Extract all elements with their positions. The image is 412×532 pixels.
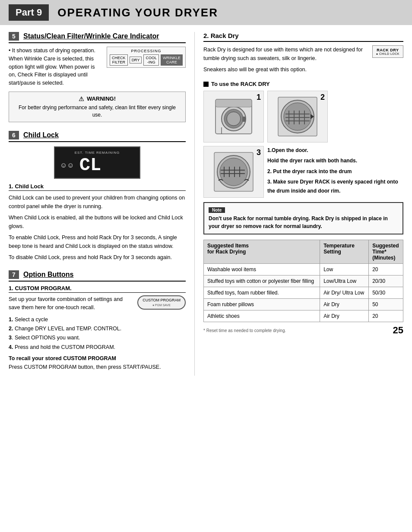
table-body: Washable wool items Low 20 Stuffed toys … <box>204 264 403 322</box>
recall-text: Press CUSTOM PROGRAM button, then press … <box>9 363 186 371</box>
instruction-2: 2. Put the dryer rack into the drum <box>267 167 403 176</box>
right-column: 2. Rack Dry Rack Dry is designed for use… <box>194 32 403 376</box>
rack-table: Suggested Itemsfor Rack Drying Temperatu… <box>203 240 403 322</box>
table-cell-items: Washable wool items <box>204 264 320 276</box>
section6: 6 Child Lock EST. TIME REMAINING ☺☺ CL 1… <box>9 131 186 262</box>
rack-dry-body2: Sneakers also will be great with this op… <box>203 65 367 74</box>
table-cell-items: Stuffed toys, foam rubber filled. <box>204 287 320 299</box>
child-lock-display: EST. TIME REMAINING ☺☺ CL <box>54 146 140 179</box>
table-cell-temp: Air Dry <box>320 299 369 310</box>
step1-placeholder <box>204 91 263 142</box>
warning-title-text: WARNING! <box>87 95 116 102</box>
rack-dry-label-line2: ● CHILD LOCK <box>376 52 399 55</box>
rack-dry-label-line1: RACK DRY <box>376 48 399 52</box>
svg-point-9 <box>284 103 311 130</box>
section5-bullet: • <box>9 48 12 54</box>
section6-title: Child Lock <box>23 131 59 139</box>
step-image-2: 2 <box>267 91 328 142</box>
warning-triangle-icon: ⚠ <box>79 95 84 102</box>
step-3: 3. Select OPTIONS you want. <box>9 333 186 342</box>
warning-box: ⚠ WARNING! For better drying performance… <box>9 92 186 123</box>
step2-badge: 2 <box>320 93 325 102</box>
recall-title: To recall your stored CUSTOM PROGRAM <box>9 355 186 361</box>
step3-placeholder <box>204 146 263 197</box>
table-cell-items: Athletic shoes <box>204 310 320 322</box>
table-row: Washable wool items Low 20 <box>204 264 403 276</box>
section5: 5 Status/Clean Filter/Wrinkle Care Indic… <box>9 32 186 122</box>
rack-dry-desc: Rack Dry is designed for use with items … <box>203 45 367 76</box>
status-display-label: PROCESSING <box>110 49 183 53</box>
content-area: 5 Status/Clean Filter/Wrinkle Care Indic… <box>0 32 412 376</box>
step-image-1: 1 <box>203 91 264 142</box>
step1-badge: 1 <box>257 93 261 102</box>
status-icon-check: CHECKFILTER <box>110 54 128 66</box>
cl-icons: ☺☺ <box>60 162 74 169</box>
section7-num: 7 <box>9 270 19 279</box>
table-header-temp: TemperatureSetting <box>320 240 369 264</box>
table-cell-temp: Air Dry/ Ultra Low <box>320 287 369 299</box>
table-cell-temp: Air Dry <box>320 310 369 322</box>
section7-header: 7 Option Buttons <box>9 270 186 282</box>
note-title: Note <box>209 207 225 213</box>
status-icon-cool: COOL-ING <box>143 54 159 66</box>
table-cell-items: Foam rubber pillows <box>204 299 320 310</box>
table-row: Foam rubber pillows Air Dry 50 <box>204 299 403 310</box>
warning-text: For better drying performance and safety… <box>14 104 180 119</box>
rack-dry-title: 2. Rack Dry <box>203 32 403 42</box>
custom-prog-body1: Set up your favorite combination of sett… <box>9 295 132 312</box>
status-icon-dry: DRY <box>130 57 142 63</box>
svg-point-3 <box>227 112 241 126</box>
black-square-icon <box>203 82 209 87</box>
step-1: 1. Select a cycle <box>9 315 186 324</box>
table-cell-time: 50 <box>369 299 403 310</box>
step-4: 4. Press and hold the CUSTOM PROGRAM. <box>9 343 186 352</box>
left-column: 5 Status/Clean Filter/Wrinkle Care Indic… <box>9 32 194 376</box>
custom-prog-button-sublabel: ♦ PGM SAVE <box>143 303 181 307</box>
child-lock-subsection-title: 1. Child Lock <box>9 183 186 191</box>
status-icon-wrinkle: WRINKLECARE <box>161 54 183 66</box>
rack-insert-svg <box>212 150 255 193</box>
svg-rect-4 <box>216 99 252 107</box>
table-row: Stuffed toys, foam rubber filled. Air Dr… <box>204 287 403 299</box>
cl-top-label: EST. TIME REMAINING <box>60 151 134 155</box>
dryer-front-svg <box>212 95 255 138</box>
table-row: Stuffed toys with cotton or polyester fi… <box>204 276 403 287</box>
child-lock-body4: To disable Child Lock, press and hold Ra… <box>9 253 186 262</box>
rack-dry-label: RACK DRY ● CHILD LOCK <box>372 45 403 58</box>
page-number: 25 <box>393 325 403 336</box>
section6-header: 6 Child Lock <box>9 131 186 142</box>
svg-rect-5 <box>242 117 246 122</box>
section7: 7 Option Buttons 1. CUSTOM PROGRAM. Set … <box>9 270 186 371</box>
custom-prog-button[interactable]: CUSTOM PROGRAM ♦ PGM SAVE <box>137 295 186 310</box>
cl-text: CL <box>79 156 101 174</box>
section6-num: 6 <box>9 131 19 139</box>
to-use-title-text: To use the RACK DRY <box>211 81 270 87</box>
table-cell-time: 20/30 <box>369 276 403 287</box>
part-badge: Part 9 <box>9 4 49 21</box>
table-cell-time: 20 <box>369 310 403 322</box>
step-instructions: 1.Open the door. Hold the dryer rack wit… <box>267 146 403 198</box>
section5-content: • It shows status of drying operation. W… <box>9 47 186 87</box>
table-cell-time: 50/30 <box>369 287 403 299</box>
table-header-time: SuggestedTime*(Minutes) <box>369 240 403 264</box>
table-cell-items: Stuffed toys with cotton or polyester fi… <box>204 276 320 287</box>
note-box: Note Don't use Rack for normal tumble dr… <box>203 202 403 234</box>
child-lock-body2: When Child Lock is enabled, all the butt… <box>9 213 186 231</box>
note-text: Don't use Rack for normal tumble drying.… <box>209 215 398 230</box>
table-cell-temp: Low <box>320 264 369 276</box>
table-row: Athletic shoes Air Dry 20 <box>204 310 403 322</box>
rack-dry-body1: Rack Dry is designed for use with items … <box>203 45 367 63</box>
instruction-3: 3. Make sure Dryer RACK is evenly spaced… <box>267 177 403 195</box>
step2-placeholder <box>268 91 327 142</box>
step3-badge: 3 <box>257 148 261 157</box>
custom-prog-button-label: CUSTOM PROGRAM <box>143 298 181 303</box>
footer-note: * Reset time as needed to complete dryin… <box>203 328 286 333</box>
section5-header: 5 Status/Clean Filter/Wrinkle Care Indic… <box>9 32 186 43</box>
step-image-3: 3 <box>203 146 264 198</box>
section5-title: Status/Clean Filter/Wrinkle Care Indicat… <box>23 32 159 40</box>
section5-body: It shows status of drying operation. Whe… <box>9 48 95 86</box>
step-images-row1: 1 <box>203 91 403 142</box>
section7-title: Option Buttons <box>23 271 73 279</box>
child-lock-body1: Child Lock can be used to prevent your c… <box>9 193 186 211</box>
child-lock-body3: To enable Child Lock, Press and hold Rac… <box>9 233 186 250</box>
